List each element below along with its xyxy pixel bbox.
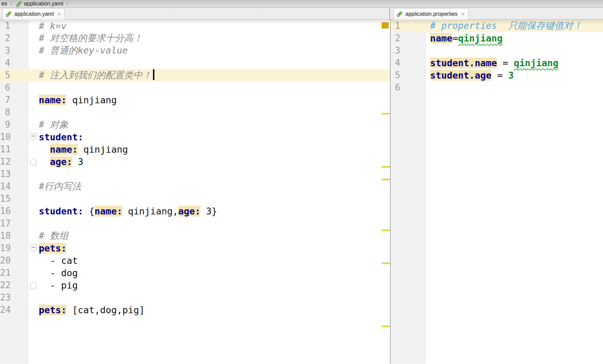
code-token: age: bbox=[178, 206, 200, 216]
code-line[interactable]: 8 bbox=[0, 106, 390, 118]
code-line[interactable]: 12 age: 3 bbox=[0, 155, 390, 168]
code-token: student: bbox=[39, 132, 83, 142]
code-line[interactable]: 5student.age = 3 bbox=[391, 69, 603, 81]
code-text: # properties 只能保存键值对！ bbox=[430, 20, 603, 32]
breadcrumb-separator: / bbox=[64, 0, 71, 7]
error-stripe-warning-square[interactable] bbox=[382, 22, 389, 28]
fold-end-icon[interactable] bbox=[30, 281, 37, 289]
breadcrumb-label: es bbox=[1, 1, 7, 7]
code-line[interactable]: 6 bbox=[391, 81, 603, 94]
code-token: name: bbox=[39, 95, 67, 105]
line-number: 5 bbox=[0, 70, 10, 80]
code-text: #行内写法 bbox=[39, 180, 390, 192]
editor-properties[interactable]: 1# properties 只能保存键值对！2name=qinjiang34st… bbox=[391, 20, 603, 364]
tab-close-icon[interactable]: × bbox=[461, 11, 465, 17]
code-token: qinjiang bbox=[514, 58, 558, 68]
editor-split-area: 1# k=v2# 对空格的要求十分高！3# 普通的key-value45# 注入… bbox=[0, 20, 603, 364]
editor-yaml[interactable]: 1# k=v2# 对空格的要求十分高！3# 普通的key-value45# 注入… bbox=[0, 20, 390, 364]
code-line[interactable]: 4student.name = qinjiang bbox=[391, 57, 603, 69]
code-token: student.name bbox=[430, 58, 497, 68]
code-line[interactable]: 22 - pig bbox=[0, 279, 390, 291]
code-line[interactable]: 19pets: bbox=[0, 242, 390, 254]
editor-tab-bar: application.yaml × application.propertie… bbox=[0, 8, 603, 20]
error-stripe-mark[interactable] bbox=[382, 113, 390, 115]
breadcrumb-item-resources[interactable]: es bbox=[0, 0, 9, 8]
code-line[interactable]: 4 bbox=[0, 57, 390, 69]
code-token: 3 bbox=[508, 70, 514, 81]
line-number: 1 bbox=[0, 21, 10, 31]
code-token bbox=[39, 144, 50, 155]
line-number: 4 bbox=[391, 58, 400, 68]
fold-open-icon[interactable] bbox=[30, 133, 37, 141]
code-line[interactable]: 15 bbox=[0, 192, 390, 205]
code-line[interactable]: 23 bbox=[0, 291, 390, 304]
fold-end-icon[interactable] bbox=[30, 158, 37, 166]
code-token: qinjiang bbox=[78, 144, 128, 155]
line-number: 1 bbox=[391, 21, 400, 31]
code-line[interactable]: 17 bbox=[0, 217, 390, 230]
tab-application-yaml[interactable]: application.yaml × bbox=[2, 8, 64, 20]
code-line[interactable]: 5# 注入到我们的配置类中！ bbox=[0, 69, 390, 81]
code-token: - cat bbox=[39, 255, 78, 266]
code-token: # 对象 bbox=[39, 119, 69, 130]
code-token: name: bbox=[95, 206, 122, 216]
code-token: # k=v bbox=[39, 21, 67, 31]
code-text: pets: bbox=[39, 243, 390, 254]
code-line[interactable]: 20 - cat bbox=[0, 254, 390, 267]
code-text: - pig bbox=[39, 280, 390, 291]
line-number: 6 bbox=[0, 82, 10, 93]
code-token: # properties 只能保存键值对！ bbox=[430, 20, 582, 31]
code-line[interactable]: 21 - dog bbox=[0, 267, 390, 279]
error-stripe-mark[interactable] bbox=[382, 326, 390, 327]
code-token: age: bbox=[50, 156, 72, 167]
code-token: # 对空格的要求十分高！ bbox=[39, 33, 143, 43]
fold-column bbox=[10, 244, 39, 252]
error-stripe-mark[interactable] bbox=[382, 179, 390, 180]
code-token bbox=[39, 156, 50, 167]
code-line[interactable]: 1# k=v bbox=[0, 20, 390, 32]
tab-bar-right-pane: application.properties × bbox=[390, 8, 602, 20]
tab-close-icon[interactable]: × bbox=[57, 11, 61, 17]
code-line[interactable]: 11 name: qinjiang bbox=[0, 143, 390, 155]
code-line[interactable]: 3# 普通的key-value bbox=[0, 44, 390, 57]
code-line[interactable]: 13 bbox=[0, 168, 390, 180]
error-stripe-mark[interactable] bbox=[382, 166, 390, 168]
code-token: #行内写法 bbox=[39, 181, 81, 191]
text-caret bbox=[153, 69, 154, 80]
code-line[interactable]: 2# 对空格的要求十分高！ bbox=[0, 32, 390, 44]
fold-column bbox=[10, 281, 39, 289]
code-text: # 普通的key-value bbox=[39, 44, 390, 57]
code-text: student.name = qinjiang bbox=[430, 58, 603, 68]
code-line[interactable]: 16student: {name: qinjiang,age: 3} bbox=[0, 205, 390, 217]
code-line[interactable]: 24pets: [cat,dog,pig] bbox=[0, 304, 390, 316]
error-stripe-mark[interactable] bbox=[382, 262, 390, 264]
code-line[interactable]: 9# 对象 bbox=[0, 118, 390, 131]
line-number: 5 bbox=[391, 70, 400, 80]
code-text: student: bbox=[39, 132, 390, 142]
line-number: 13 bbox=[0, 169, 10, 179]
code-token: = bbox=[452, 33, 458, 44]
code-token: - dog bbox=[39, 268, 78, 278]
code-line[interactable]: 7name: qinjiang bbox=[0, 94, 390, 106]
line-number: 6 bbox=[391, 82, 400, 93]
code-line[interactable]: 3 bbox=[391, 44, 603, 57]
fold-column bbox=[10, 133, 39, 141]
breadcrumb-label: application.yaml bbox=[24, 1, 63, 7]
tab-application-properties[interactable]: application.properties × bbox=[393, 8, 469, 20]
code-line[interactable]: 2name=qinjiang bbox=[391, 32, 603, 44]
ide-window: es / application.yaml / bbox=[0, 0, 603, 364]
code-line[interactable]: 14#行内写法 bbox=[0, 180, 390, 192]
code-line[interactable]: 6 bbox=[0, 81, 390, 94]
code-line[interactable]: 18# 数组 bbox=[0, 230, 390, 242]
line-number: 9 bbox=[0, 119, 10, 130]
error-stripe-mark[interactable] bbox=[382, 230, 390, 231]
code-text: # 对象 bbox=[39, 118, 390, 131]
code-token: name bbox=[430, 33, 452, 44]
code-line[interactable]: 1# properties 只能保存键值对！ bbox=[391, 20, 603, 32]
breadcrumb-item-file[interactable]: application.yaml bbox=[14, 0, 65, 8]
code-line[interactable]: 10student: bbox=[0, 131, 390, 143]
line-number: 10 bbox=[0, 132, 10, 142]
fold-open-icon[interactable] bbox=[30, 244, 37, 252]
code-text: - dog bbox=[39, 268, 390, 278]
spring-leaf-icon bbox=[397, 11, 403, 17]
